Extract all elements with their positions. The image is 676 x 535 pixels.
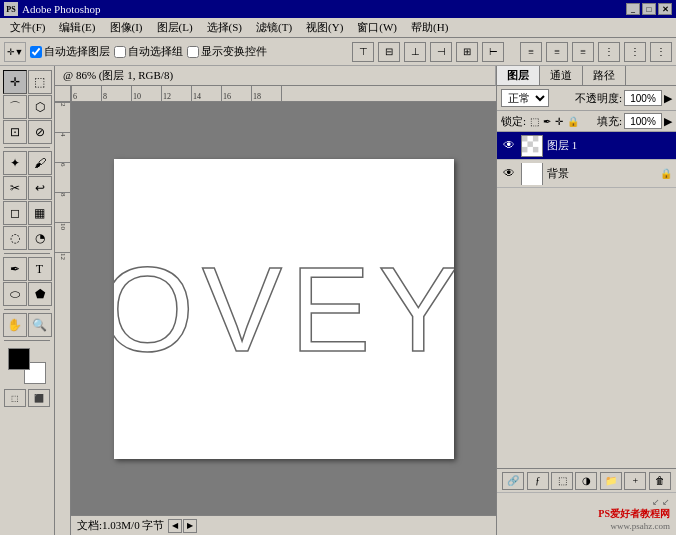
close-button[interactable]: ✕	[658, 3, 672, 15]
align-left-btn[interactable]: ⊣	[430, 42, 452, 62]
distrib-vert-btn[interactable]: ≡	[546, 42, 568, 62]
toolbar-separator-3	[4, 309, 50, 310]
fill-input[interactable]	[624, 113, 662, 129]
distrib-horiz-btn[interactable]: ⋮	[624, 42, 646, 62]
add-mask-btn[interactable]: ⬚	[551, 472, 573, 490]
distrib-top-btn[interactable]: ≡	[520, 42, 542, 62]
canvas-content[interactable]: OVEY	[71, 102, 496, 515]
title-bar-controls[interactable]: _ □ ✕	[626, 3, 672, 15]
opacity-arrow[interactable]: ▶	[664, 92, 672, 105]
maximize-button[interactable]: □	[642, 3, 656, 15]
show-transform-label[interactable]: 显示变换控件	[187, 44, 267, 59]
menu-help[interactable]: 帮助(H)	[405, 18, 454, 37]
opacity-input[interactable]	[624, 90, 662, 106]
new-group-btn[interactable]: 📁	[600, 472, 622, 490]
canvas-document[interactable]: OVEY	[114, 159, 454, 459]
move-tool-options[interactable]: ✛▼	[4, 42, 26, 62]
align-top-btn[interactable]: ⊤	[352, 42, 374, 62]
tab-paths[interactable]: 路径	[583, 66, 626, 85]
menu-select[interactable]: 选择(S)	[201, 18, 248, 37]
new-layer-btn[interactable]: +	[624, 472, 646, 490]
align-right-btn[interactable]: ⊢	[482, 42, 504, 62]
menu-filter[interactable]: 滤镜(T)	[250, 18, 298, 37]
lasso-tool[interactable]: ⌒	[3, 95, 27, 119]
align-vert-btn[interactable]: ⊟	[378, 42, 400, 62]
menu-window[interactable]: 窗口(W)	[351, 18, 403, 37]
watermark-site1: PS爱好者教程网	[503, 507, 670, 521]
history-brush-tool[interactable]: ↩	[28, 176, 52, 200]
fill-arrow[interactable]: ▶	[664, 115, 672, 128]
eraser-tools-row: ◻ ▦	[3, 201, 52, 225]
magic-wand-tool[interactable]: ⬡	[28, 95, 52, 119]
show-transform-checkbox[interactable]	[187, 46, 199, 58]
layer-item-layer1[interactable]: 👁 图层 1	[497, 132, 676, 160]
path-selection-tool[interactable]: ⬭	[3, 282, 27, 306]
shape-tool[interactable]: ⬟	[28, 282, 52, 306]
pen-tool[interactable]: ✒	[3, 257, 27, 281]
layers-list: 👁 图层 1 👁	[497, 132, 676, 468]
menu-layer[interactable]: 图层(L)	[151, 18, 199, 37]
status-bar: 文档:1.03M/0 字节 ◀ ▶	[71, 515, 496, 535]
lock-move-icon[interactable]: ✛	[555, 116, 563, 127]
layers-panel: 图层 通道 路径 正常 不透明度: ▶ 锁定: ⬚ ✒ ✛	[497, 66, 676, 492]
distrib-bottom-btn[interactable]: ≡	[572, 42, 594, 62]
layer-style-btn[interactable]: ƒ	[527, 472, 549, 490]
mode-icons: ⬚ ⬛	[4, 389, 50, 407]
new-fill-layer-btn[interactable]: ◑	[575, 472, 597, 490]
menu-view[interactable]: 视图(Y)	[300, 18, 349, 37]
menu-image[interactable]: 图像(I)	[104, 18, 149, 37]
minimize-button[interactable]: _	[626, 3, 640, 15]
selection-tools-row: ✛ ⬚	[3, 70, 52, 94]
canvas-text-ovey: OVEY	[114, 240, 454, 378]
canvas-workspace[interactable]: 6 8 10 12 14 16 18 2 4 6 8 10 12 OVEY	[55, 86, 496, 535]
right-panel: 图层 通道 路径 正常 不透明度: ▶ 锁定: ⬚ ✒ ✛	[496, 66, 676, 535]
auto-select-group-checkbox[interactable]	[114, 46, 126, 58]
delete-layer-btn[interactable]: 🗑	[649, 472, 671, 490]
foreground-color-swatch[interactable]	[8, 348, 30, 370]
status-nav-left[interactable]: ◀	[168, 519, 182, 533]
layer-item-background[interactable]: 👁 背景 🔒	[497, 160, 676, 188]
healing-tool[interactable]: ✦	[3, 151, 27, 175]
toolbar-separator-1	[4, 147, 50, 148]
tab-channels[interactable]: 通道	[540, 66, 583, 85]
brush-tool[interactable]: 🖌	[28, 151, 52, 175]
status-nav-right[interactable]: ▶	[183, 519, 197, 533]
auto-select-group-label[interactable]: 自动选择组	[114, 44, 183, 59]
distrib-right-btn[interactable]: ⋮	[650, 42, 672, 62]
lock-all-icon[interactable]: 🔒	[567, 116, 579, 127]
tab-layers[interactable]: 图层	[497, 66, 540, 85]
align-bottom-btn[interactable]: ⊥	[404, 42, 426, 62]
auto-select-layer-checkbox[interactable]	[30, 46, 42, 58]
auto-select-layer-label[interactable]: 自动选择图层	[30, 44, 110, 59]
move-tool[interactable]: ✛	[3, 70, 27, 94]
align-horiz-btn[interactable]: ⊞	[456, 42, 478, 62]
zoom-tool[interactable]: 🔍	[28, 313, 52, 337]
background-visibility[interactable]: 👁	[501, 166, 517, 182]
main-area: ✛ ⬚ ⌒ ⬡ ⊡ ⊘ ✦ 🖌 ✂ ↩ ◻ ▦ ◌ ◔ ✒	[0, 66, 676, 535]
quickmask-mode-btn[interactable]: ⬛	[28, 389, 50, 407]
lock-transparent-icon[interactable]: ⬚	[530, 116, 539, 127]
toolbar-separator-2	[4, 253, 50, 254]
crop-tool[interactable]: ⊡	[3, 120, 27, 144]
hand-tool[interactable]: ✋	[3, 313, 27, 337]
gradient-tool[interactable]: ▦	[28, 201, 52, 225]
dodge-tools-row: ◌ ◔	[3, 226, 52, 250]
slice-tool[interactable]: ⊘	[28, 120, 52, 144]
standard-mode-btn[interactable]: ⬚	[4, 389, 26, 407]
layers-tabs: 图层 通道 路径	[497, 66, 676, 86]
text-tool[interactable]: T	[28, 257, 52, 281]
blur-tool[interactable]: ◌	[3, 226, 27, 250]
layer1-visibility[interactable]: 👁	[501, 138, 517, 154]
selection-tool[interactable]: ⬚	[28, 70, 52, 94]
eraser-tool[interactable]: ◻	[3, 201, 27, 225]
lock-paint-icon[interactable]: ✒	[543, 116, 551, 127]
distrib-left-btn[interactable]: ⋮	[598, 42, 620, 62]
menu-file[interactable]: 文件(F)	[4, 18, 51, 37]
blend-mode-select[interactable]: 正常	[501, 89, 549, 107]
canvas-tab-title: @ 86% (图层 1, RGB/8)	[63, 68, 173, 83]
dodge-tool[interactable]: ◔	[28, 226, 52, 250]
clone-tool[interactable]: ✂	[3, 176, 27, 200]
link-layers-btn[interactable]: 🔗	[502, 472, 524, 490]
menu-edit[interactable]: 编辑(E)	[53, 18, 101, 37]
svg-rect-4	[522, 146, 527, 151]
